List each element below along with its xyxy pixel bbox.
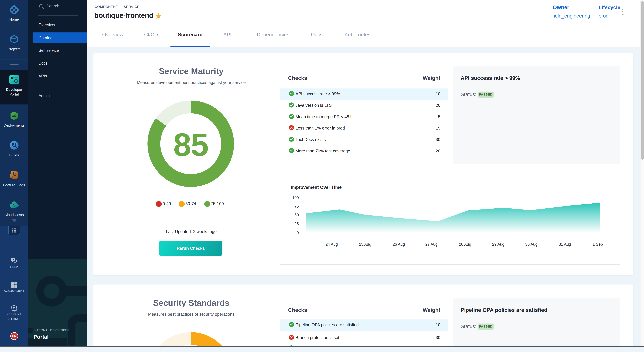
svg-text:?: ? [12, 258, 14, 261]
svg-text:$: $ [13, 203, 15, 207]
